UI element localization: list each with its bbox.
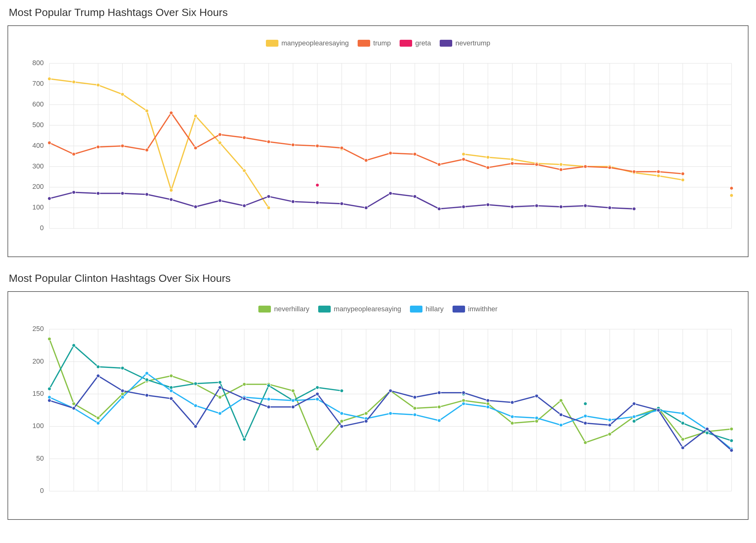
plot-area: 050100150200250 — [8, 292, 748, 519]
data-point — [365, 159, 368, 162]
data-point — [535, 204, 538, 208]
data-point — [340, 389, 344, 392]
data-point — [121, 396, 124, 399]
data-point — [169, 386, 173, 389]
chart-frame: manypeoplearesayingtrumpgretanevertrump0… — [8, 25, 748, 257]
data-point — [510, 415, 514, 418]
data-point — [145, 148, 148, 152]
data-point — [462, 158, 465, 161]
data-point — [535, 394, 538, 398]
y-tick-label: 400 — [32, 142, 44, 149]
data-point — [632, 402, 636, 406]
data-point — [608, 418, 611, 421]
data-point — [218, 386, 222, 389]
data-point — [584, 165, 587, 168]
chart-frame: neverhillarymanypeoplearesayinghillaryim… — [8, 291, 748, 520]
data-point — [438, 419, 441, 422]
y-tick-label: 150 — [32, 390, 44, 397]
data-point — [413, 396, 417, 399]
data-point — [608, 432, 611, 436]
data-point — [291, 405, 295, 409]
data-point — [681, 412, 685, 415]
data-point — [48, 399, 51, 402]
chart-block-trump: Most Popular Trump Hashtags Over Six Hou… — [8, 6, 748, 257]
data-point — [243, 397, 246, 400]
data-point — [96, 145, 100, 149]
data-point — [169, 111, 173, 115]
data-point — [72, 80, 75, 84]
data-point — [194, 205, 197, 209]
data-point — [706, 431, 709, 435]
data-point — [145, 372, 148, 375]
y-tick-label: 800 — [32, 59, 44, 67]
data-point — [267, 397, 270, 401]
data-point — [291, 143, 295, 147]
data-point — [632, 207, 636, 210]
data-point — [486, 402, 489, 406]
data-point — [632, 415, 636, 418]
data-point — [121, 389, 124, 392]
data-point — [681, 178, 685, 182]
data-point — [559, 163, 563, 166]
data-point — [145, 193, 148, 196]
data-point — [267, 206, 270, 209]
data-point — [121, 144, 124, 147]
data-point — [340, 412, 344, 415]
data-point — [486, 203, 489, 206]
data-point — [243, 136, 246, 139]
y-tick-label: 200 — [32, 357, 44, 365]
data-point — [96, 374, 100, 378]
chart-block-clinton: Most Popular Clinton Hashtags Over Six H… — [8, 272, 748, 520]
data-point — [96, 416, 100, 420]
data-point — [218, 199, 222, 202]
data-point — [72, 153, 75, 156]
data-point — [218, 380, 222, 384]
data-point — [96, 365, 100, 369]
data-point — [218, 396, 222, 399]
data-point — [559, 423, 563, 427]
data-point — [169, 198, 173, 201]
chart-title: Most Popular Clinton Hashtags Over Six H… — [9, 272, 748, 284]
data-point — [438, 163, 441, 166]
data-point — [316, 184, 319, 187]
data-point — [340, 146, 344, 150]
data-point — [389, 152, 392, 155]
data-point — [559, 168, 563, 171]
chart-title: Most Popular Trump Hashtags Over Six Hou… — [9, 6, 748, 18]
data-point — [535, 420, 538, 423]
y-tick-label: 250 — [32, 325, 44, 333]
data-point — [169, 374, 173, 378]
data-point — [48, 197, 51, 200]
data-point — [340, 202, 344, 205]
data-point — [218, 412, 222, 415]
data-point — [243, 169, 246, 173]
y-tick-label: 200 — [32, 183, 44, 190]
data-point — [48, 141, 51, 145]
data-point — [194, 146, 197, 150]
data-point — [48, 337, 51, 341]
data-point — [243, 383, 246, 386]
y-tick-label: 300 — [32, 162, 44, 170]
data-point — [169, 389, 173, 392]
data-point — [267, 384, 270, 387]
data-point — [48, 77, 51, 80]
data-point — [316, 447, 319, 451]
data-point — [510, 401, 514, 404]
data-point — [510, 421, 514, 425]
data-point — [365, 420, 368, 423]
data-point — [291, 399, 295, 402]
page: Most Popular Trump Hashtags Over Six Hou… — [0, 0, 756, 543]
data-point — [559, 205, 563, 209]
data-point — [194, 382, 197, 385]
data-point — [462, 391, 465, 395]
data-point — [584, 441, 587, 444]
data-point — [316, 201, 319, 204]
data-point — [267, 195, 270, 198]
data-point — [486, 166, 489, 169]
data-point — [681, 446, 685, 449]
data-point — [510, 162, 514, 165]
data-point — [462, 399, 465, 402]
data-point — [730, 187, 733, 190]
data-point — [632, 420, 636, 423]
chart-svg: 0100200300400500600700800 — [8, 26, 748, 256]
